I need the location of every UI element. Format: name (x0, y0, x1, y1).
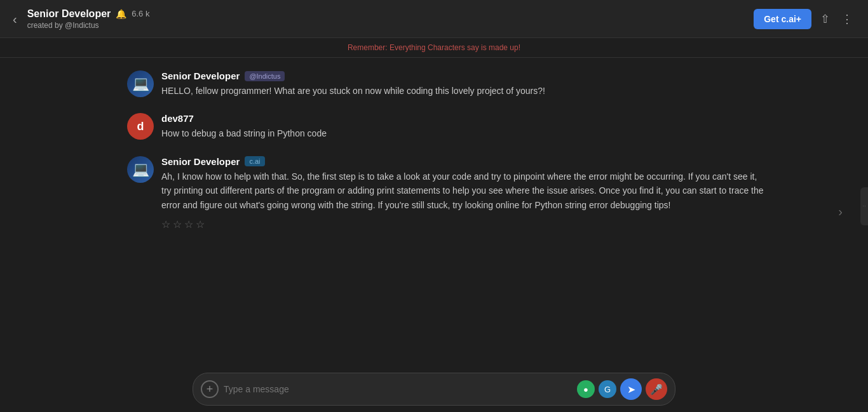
message-content: Senior Developer @Indictus HELLO, fellow… (161, 70, 766, 98)
back-button[interactable]: ‹ (13, 13, 17, 25)
chat-header: ‹ Senior Developer 🔔 6.6 k created by @I… (0, 0, 868, 38)
message-author: Senior Developer (161, 156, 240, 167)
avatar: 💻 (127, 156, 154, 183)
star-1[interactable]: ☆ (161, 218, 170, 230)
message-input[interactable] (224, 384, 572, 394)
message-text: Ah, I know how to help with that. So, th… (161, 169, 766, 212)
creator-handle: @Indictus (65, 21, 99, 30)
avatar: d (127, 113, 154, 140)
message-content: dev877 How to debug a bad string in Pyth… (161, 113, 766, 140)
cai-badge: c.ai (245, 156, 264, 166)
get-cai-button[interactable]: Get c.ai+ (754, 9, 811, 29)
sidebar-handle[interactable]: ·· (860, 187, 868, 225)
green-icon-button[interactable]: ● (577, 380, 595, 398)
star-3[interactable]: ☆ (184, 218, 193, 230)
microphone-button[interactable]: 🎤 (646, 378, 667, 400)
star-2[interactable]: ☆ (173, 218, 182, 230)
follower-count: 6.6 k (132, 9, 149, 18)
next-arrow-button[interactable]: › (838, 204, 843, 218)
add-attachment-button[interactable]: + (201, 380, 219, 398)
share-button[interactable]: ⇧ (818, 10, 832, 29)
star-4[interactable]: ☆ (196, 218, 205, 230)
message-input-container: + ● G ➤ 🎤 (193, 373, 675, 406)
disclaimer-text: Remember: Everything Characters say is m… (348, 43, 520, 52)
bell-icon: 🔔 (116, 9, 126, 19)
message-text: How to debug a bad string in Python code (161, 126, 766, 140)
chat-area: 💻 Senior Developer @Indictus HELLO, fell… (0, 58, 868, 364)
more-options-button[interactable]: ⋮ (839, 10, 855, 29)
send-button[interactable]: ➤ (620, 378, 642, 400)
message-header: Senior Developer c.ai (161, 156, 766, 167)
message-text: HELLO, fellow programmer! What are you s… (161, 84, 766, 98)
input-area: + ● G ➤ 🎤 (0, 366, 868, 412)
header-title-row: Senior Developer 🔔 6.6 k (27, 8, 754, 20)
header-actions: Get c.ai+ ⇧ ⋮ (754, 9, 855, 29)
message-author: Senior Developer (161, 70, 240, 81)
message-header: Senior Developer @Indictus (161, 70, 766, 81)
message-row: 💻 Senior Developer c.ai Ah, I know how t… (127, 156, 766, 230)
g-icon-button[interactable]: G (599, 380, 616, 398)
avatar: 💻 (127, 70, 154, 97)
header-title-block: Senior Developer 🔔 6.6 k created by @Ind… (27, 8, 754, 30)
input-icons: ● G ➤ 🎤 (577, 378, 667, 400)
message-row: 💻 Senior Developer @Indictus HELLO, fell… (127, 70, 766, 98)
message-row: d dev877 How to debug a bad string in Py… (127, 113, 766, 140)
message-content: Senior Developer c.ai Ah, I know how to … (161, 156, 766, 230)
message-header: dev877 (161, 113, 766, 124)
message-author: dev877 (161, 113, 194, 124)
author-badge: @Indictus (245, 71, 285, 81)
disclaimer-bar: Remember: Everything Characters say is m… (0, 38, 868, 58)
star-rating[interactable]: ☆ ☆ ☆ ☆ (161, 218, 766, 230)
chat-title: Senior Developer (27, 8, 111, 20)
header-subtitle: created by @Indictus (27, 21, 754, 30)
